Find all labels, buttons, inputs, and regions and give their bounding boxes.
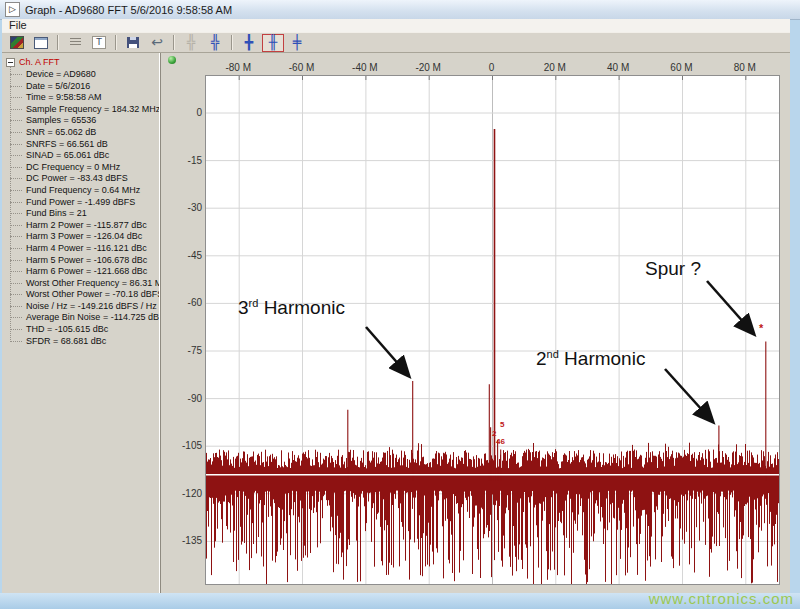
tree-item-label: SNR = 65.062 dB <box>26 127 96 137</box>
grid-off-icon: ╬ <box>187 35 195 50</box>
tree-item[interactable]: SFDR = 68.681 dBc <box>6 336 160 348</box>
tree-item[interactable]: Date = 5/6/2016 <box>6 81 160 93</box>
tree-item-label: Harm 6 Power = -121.668 dBc <box>26 266 147 276</box>
tree-item-label: Worst Other Power = -70.18 dBFS <box>26 289 160 299</box>
tree-root[interactable]: Ch. A FFT <box>6 56 160 68</box>
tree-item-label: Harm 2 Power = -115.877 dBc <box>26 220 147 230</box>
export-icon: ↩ <box>151 35 163 50</box>
toolbar-button-zoom-vertical[interactable]: ╪ <box>286 34 308 52</box>
tree-item-label: Harm 4 Power = -116.121 dBc <box>26 243 147 253</box>
toolbar-button-form-view[interactable] <box>30 34 52 52</box>
menu-file[interactable]: File <box>2 19 34 32</box>
toolbar-button-save[interactable] <box>122 34 144 52</box>
tree-item[interactable]: Noise / Hz = -149.216 dBFS / Hz <box>6 301 160 313</box>
app-icon: ▷ <box>5 2 20 17</box>
tree-item[interactable]: DC Power = -83.43 dBFS <box>6 173 160 185</box>
tree-item-label: Fund Frequency = 0.64 MHz <box>26 185 140 195</box>
tree-item[interactable]: Fund Power = -1.499 dBFS <box>6 197 160 209</box>
tree-item-label: SNRFS = 66.561 dB <box>26 139 108 149</box>
tree-item[interactable]: SNR = 65.062 dB <box>6 127 160 139</box>
tree-children: Device = AD9680Date = 5/6/2016Time = 9:5… <box>6 69 160 347</box>
tree-item-label: DC Frequency = 0 MHz <box>26 162 120 172</box>
tree-item-label: DC Power = -83.43 dBFS <box>26 173 128 183</box>
toolbar: T↩╬╬╋╫╪ <box>2 32 790 53</box>
x-axis-tick-label: 40 M <box>593 62 643 73</box>
tree-item[interactable]: Harm 4 Power = -116.121 dBc <box>6 243 160 255</box>
tree-item-label: Average Bin Noise = -114.725 dBFS <box>26 312 160 322</box>
toolbar-separator <box>115 35 117 50</box>
tree-item[interactable]: Harm 2 Power = -115.877 dBc <box>6 220 160 232</box>
y-axis-tick-label: -15 <box>158 155 202 166</box>
toolbar-button-grid-off[interactable]: ╬ <box>180 34 202 52</box>
tree-item[interactable]: DC Frequency = 0 MHz <box>6 162 160 174</box>
plot-area[interactable] <box>205 75 780 585</box>
tree-item-label: Samples = 65536 <box>26 115 96 125</box>
tree-item[interactable]: SNRFS = 66.561 dB <box>6 139 160 151</box>
tree-item[interactable]: Worst Other Frequency = 86.31 MHz <box>6 278 160 290</box>
tree-item[interactable]: Fund Frequency = 0.64 MHz <box>6 185 160 197</box>
annotation-label: Spur ? <box>645 258 701 280</box>
x-axis-tick-label: 60 M <box>656 62 706 73</box>
tree-item[interactable]: Average Bin Noise = -114.725 dBFS <box>6 312 160 324</box>
tree-item[interactable]: Sample Frequency = 184.32 MHz <box>6 104 160 116</box>
harmonic-number-marker: 46 <box>496 438 505 446</box>
y-axis-tick-label: -45 <box>158 250 202 261</box>
tree-item-label: Worst Other Frequency = 86.31 MHz <box>26 278 160 288</box>
tree-item[interactable]: Device = AD9680 <box>6 69 160 81</box>
tree-item-label: Time = 9:58:58 AM <box>26 92 101 102</box>
tree-item[interactable]: THD = -105.615 dBc <box>6 324 160 336</box>
save-icon <box>127 37 139 48</box>
toolbar-button-list-view[interactable] <box>64 34 86 52</box>
tree-item-label: THD = -105.615 dBc <box>26 324 108 334</box>
y-axis-tick-label: 0 <box>158 107 202 118</box>
toolbar-button-pan[interactable]: ╋ <box>238 34 260 52</box>
graph-image-icon <box>10 36 24 49</box>
tree-item[interactable]: SINAD = 65.061 dBc <box>6 150 160 162</box>
tree-item[interactable]: Harm 3 Power = -126.04 dBc <box>6 231 160 243</box>
title-bar[interactable]: ▷ Graph - AD9680 FFT 5/6/2016 9:58:58 AM <box>0 0 800 20</box>
x-axis-tick-label: 0 <box>467 62 517 73</box>
x-axis-tick-label: -60 M <box>277 62 327 73</box>
grid-on-icon: ╬ <box>211 35 219 50</box>
tree-item-label: Harm 3 Power = -126.04 dBc <box>26 231 142 241</box>
tree-item[interactable]: Harm 6 Power = -121.668 dBc <box>6 266 160 278</box>
toolbar-button-graph-image[interactable] <box>6 34 28 52</box>
tree-root-label: Ch. A FFT <box>19 57 60 67</box>
menubar: File <box>2 19 790 33</box>
toolbar-separator <box>231 35 233 50</box>
y-axis-tick-label: -135 <box>158 535 202 546</box>
tree-item-label: Fund Bins = 21 <box>26 208 87 218</box>
form-view-icon <box>34 37 48 49</box>
x-axis-tick-label: -40 M <box>340 62 390 73</box>
application-window: ▷ Graph - AD9680 FFT 5/6/2016 9:58:58 AM… <box>0 0 800 609</box>
tree-item-label: Device = AD9680 <box>26 69 96 79</box>
status-led-icon <box>168 56 176 64</box>
toolbar-button-export[interactable]: ↩ <box>146 34 168 52</box>
spectrum-plot[interactable] <box>206 76 779 584</box>
y-axis-tick-label: -120 <box>158 488 202 499</box>
results-sidebar: Ch. A FFT Device = AD9680Date = 5/6/2016… <box>2 53 160 593</box>
tree-item[interactable]: Harm 5 Power = -106.678 dBc <box>6 255 160 267</box>
annotation-label: 2nd Harmonic <box>536 348 645 370</box>
tree-item-label: SFDR = 68.681 dBc <box>26 336 106 346</box>
collapse-expander-icon[interactable] <box>6 58 15 67</box>
toolbar-button-zoom-horizontal[interactable]: ╫ <box>262 34 284 52</box>
tree-item-label: SINAD = 65.061 dBc <box>26 150 109 160</box>
tree-item[interactable]: Time = 9:58:58 AM <box>6 92 160 104</box>
x-axis-tick-label: 20 M <box>530 62 580 73</box>
tree-item-label: Sample Frequency = 184.32 MHz <box>26 104 160 114</box>
y-axis-tick-label: -75 <box>158 345 202 356</box>
tree-item-label: Harm 5 Power = -106.678 dBc <box>26 255 147 265</box>
y-axis-tick-label: -60 <box>158 297 202 308</box>
tree-item[interactable]: Fund Bins = 21 <box>6 208 160 220</box>
toolbar-button-text-properties[interactable]: T <box>88 34 110 52</box>
zoom-vertical-icon: ╪ <box>293 35 301 50</box>
x-axis-tick-label: 80 M <box>720 62 770 73</box>
toolbar-button-grid-on[interactable]: ╬ <box>204 34 226 52</box>
tree-item[interactable]: Worst Other Power = -70.18 dBFS <box>6 289 160 301</box>
watermark: www.cntronics.com <box>649 590 794 607</box>
x-axis-tick-label: -80 M <box>213 62 263 73</box>
tree-item[interactable]: Samples = 65536 <box>6 115 160 127</box>
harmonic-number-marker: 5 <box>500 421 504 429</box>
y-axis-tick-label: -30 <box>158 202 202 213</box>
